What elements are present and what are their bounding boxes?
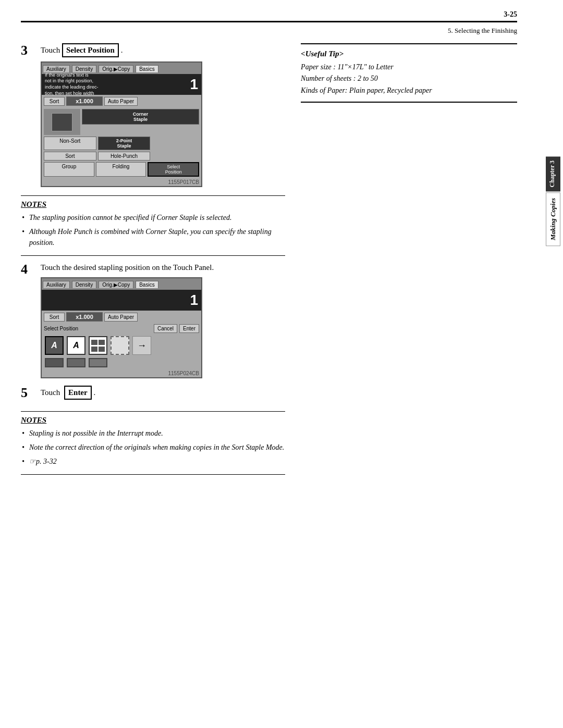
step-3-content: Touch Select Position . Auxiliary Densit…: [41, 43, 285, 189]
grid-cell1: [91, 340, 97, 345]
notes2-title: NOTES: [21, 416, 285, 425]
screen2-icons-row1: A A →: [42, 334, 201, 357]
screen1-right-options: CornerStaple: [82, 109, 199, 135]
step-3-instruction: Touch Select Position .: [41, 43, 285, 57]
value-btn1: x1.000: [66, 96, 103, 106]
screen2-cancel-btn: Cancel: [154, 324, 177, 333]
icon-sm3: [89, 358, 107, 367]
screen1-id: 1155P017CB: [42, 178, 201, 186]
step-5-number: 5: [21, 386, 36, 401]
step-4-content: Touch the desired stapling position on t…: [41, 262, 285, 380]
page-number: 3-25: [504, 10, 517, 19]
step-4-instruction: Touch the desired stapling position on t…: [41, 262, 285, 273]
screen1-display-text: If the original's text isnot in the righ…: [45, 72, 190, 97]
corner-staple-btn: CornerStaple: [82, 109, 199, 125]
tip-line1: Paper size : 11"×17L" to Letter: [301, 63, 394, 71]
screen1-mockup: Auxiliary Density Orig.▶Copy Basics If t…: [41, 61, 202, 187]
group-btn: Group: [44, 162, 94, 177]
icon-dotted: [111, 336, 129, 355]
screen2-auto-paper-btn: Auto Paper: [104, 313, 138, 322]
useful-tip-box: <Useful Tip> Paper size : 11"×17L" to Le…: [301, 43, 517, 103]
screen1-image-placeholder: [52, 113, 72, 131]
step-5-content: Touch Enter .: [41, 386, 285, 404]
chapter-tab: Chapter 3: [546, 156, 560, 191]
grid-cell2: [99, 340, 105, 345]
right-side-tab: Chapter 3 Making Copies: [543, 156, 563, 246]
step-5-instruction: Touch Enter .: [41, 386, 285, 400]
note2-item1: Stapling is not possible in the Interrup…: [21, 428, 285, 439]
screen1-row3: Sort Hole-Punch: [44, 152, 199, 161]
screen2-tab-row: Auxiliary Density Orig.▶Copy Basics: [42, 278, 201, 290]
step-4-number: 4: [21, 262, 36, 277]
screen2-value-btn: x1.000: [66, 312, 103, 322]
screen1-controls: Sort x1.000 Auto Paper: [42, 95, 201, 107]
step-5-prefix: Touch: [41, 388, 60, 397]
select-position-button-ref: Select Position: [62, 43, 119, 57]
icon-a-selected: A: [45, 336, 64, 355]
note2-item3: ☞p. 3-32: [21, 456, 285, 467]
tab-orig-copy: Orig.▶Copy: [99, 65, 133, 72]
screen1-image-area: [44, 109, 80, 135]
tab-auxiliary: Auxiliary: [43, 65, 70, 72]
screen2-select-label: Select Position: [44, 326, 152, 331]
screen1-row1: CornerStaple: [44, 109, 199, 135]
step-3-prefix: Touch: [41, 46, 60, 54]
icon-a-normal: A: [67, 336, 85, 355]
screen2-select-row: Select Position Cancel Enter: [42, 323, 201, 334]
screen2-mockup: Auxiliary Density Orig.▶Copy Basics 1: [41, 277, 202, 378]
tip-line2: Number of sheets : 2 to 50: [301, 75, 378, 82]
screen2-tab-basics: Basics: [136, 281, 158, 288]
useful-tip-text: Paper size : 11"×17L" to Letter Number o…: [301, 61, 517, 96]
hole-punch-btn: Hole-Punch: [98, 152, 151, 161]
icon-sm1: [45, 358, 64, 367]
icon-grid: [89, 336, 107, 355]
screen2-tab-auxiliary: Auxiliary: [43, 281, 70, 288]
page-header: 3-25: [21, 10, 517, 22]
icon-sm2: [67, 358, 85, 367]
step-3-row: 3 Touch Select Position . Auxiliary: [21, 43, 285, 189]
screen2-icons-row2: [42, 357, 201, 369]
screen2-id: 1155P024CB: [42, 369, 201, 377]
screen1-display: If the original's text isnot in the righ…: [42, 74, 201, 95]
notes2-list: Stapling is not possible in the Interrup…: [21, 428, 285, 467]
step-5-suffix: .: [93, 388, 95, 397]
step-5-row: 5 Touch Enter .: [21, 386, 285, 404]
screen2-tab-density: Density: [72, 281, 96, 288]
notes1-section: NOTES The stapling position cannot be sp…: [21, 195, 285, 256]
folding-btn: Folding: [96, 162, 146, 177]
step-4-row: 4 Touch the desired stapling position on…: [21, 262, 285, 380]
screen1-row4: Group Folding SelectPosition: [44, 162, 199, 177]
empty-cell2: [152, 152, 199, 161]
sort-btn1: Sort: [44, 97, 65, 106]
screen2-enter-btn: Enter: [179, 324, 199, 333]
note1-item2-text: Although Hole Punch is combined with Cor…: [29, 228, 272, 246]
grid-cell4: [99, 347, 105, 352]
enter-button-ref: Enter: [64, 386, 92, 400]
auto-paper-btn1: Auto Paper: [104, 97, 138, 106]
making-copies-tab: Making Copies: [546, 192, 560, 246]
sort-btn2: Sort: [44, 152, 96, 161]
tab-basics: Basics: [136, 65, 158, 72]
notes1-list: The stapling position cannot be specifie…: [21, 212, 285, 248]
select-position-screen-btn: SelectPosition: [148, 162, 199, 177]
section-title: 5. Selecting the Finishing: [21, 27, 517, 36]
grid-cell3: [91, 347, 97, 352]
icon-arrow: →: [132, 336, 151, 355]
note1-item1: The stapling position cannot be specifie…: [21, 212, 285, 223]
screen2-sort-btn: Sort: [44, 313, 65, 322]
two-point-staple-btn: 2-PointStaple: [98, 137, 151, 150]
screen2-controls: Sort x1.000 Auto Paper: [42, 311, 201, 323]
note1-item2: Although Hole Punch is combined with Cor…: [21, 226, 285, 248]
step-3-number: 3: [21, 43, 36, 58]
notes1-title: NOTES: [21, 200, 285, 209]
step-3-suffix: .: [121, 46, 123, 54]
useful-tip-title: <Useful Tip>: [301, 50, 517, 58]
empty-cell1: [152, 137, 199, 150]
screen1-display-number: 1: [190, 76, 198, 93]
screen1-row2: Non-Sort 2-PointStaple: [44, 137, 199, 150]
screen2-display-number: 1: [190, 292, 198, 309]
screen1-options-area: CornerStaple Non-Sort 2-PointStaple: [42, 107, 201, 178]
screen2-display: 1: [42, 290, 201, 311]
non-sort-btn: Non-Sort: [44, 137, 96, 150]
notes2-section: NOTES Stapling is not possible in the In…: [21, 411, 285, 475]
